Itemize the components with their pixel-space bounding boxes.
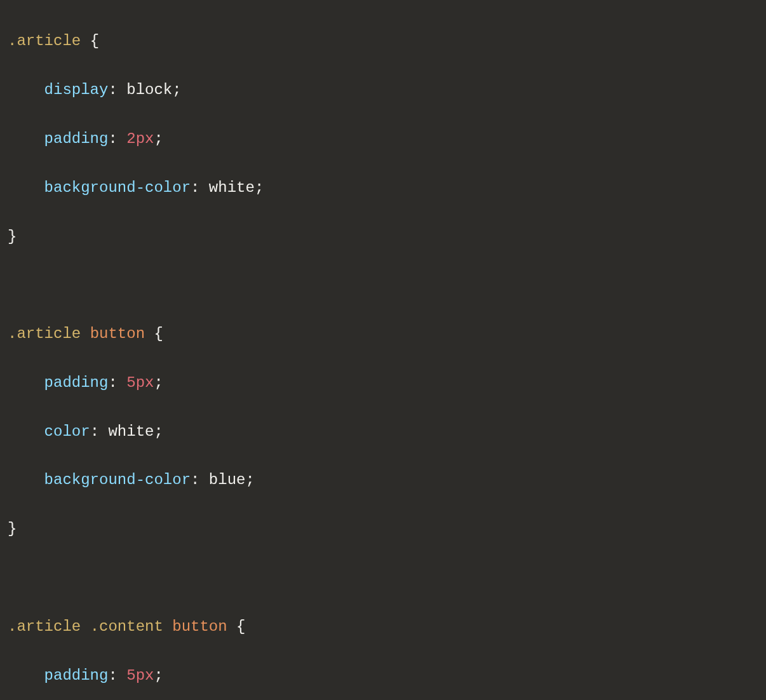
css-line: padding: 5px;	[8, 664, 758, 688]
css-colon: :	[191, 471, 199, 488]
css-semi: ;	[154, 130, 163, 147]
css-value-2px: 2px	[126, 130, 154, 147]
css-colon: :	[108, 81, 117, 98]
brace-close: }	[8, 228, 17, 245]
css-value-white: white	[209, 179, 255, 196]
css-line: color: white;	[8, 420, 758, 444]
selector-button: button	[172, 618, 227, 635]
css-blank-line	[8, 273, 758, 297]
brace-open: {	[236, 618, 245, 635]
css-value-blue: blue	[209, 471, 246, 488]
css-prop-padding: padding	[44, 374, 109, 391]
brace-open: {	[90, 32, 99, 50]
css-prop-padding: padding	[44, 130, 109, 147]
css-prop-bgcolor: background-color	[44, 179, 191, 196]
css-prop-bgcolor: background-color	[44, 471, 191, 488]
selector-article: .article	[8, 325, 81, 342]
brace-close: }	[8, 520, 17, 537]
css-semi: ;	[154, 423, 163, 440]
css-blank-line	[8, 566, 758, 590]
css-colon: :	[90, 423, 99, 440]
css-semi: ;	[172, 81, 181, 98]
css-prop-padding: padding	[44, 667, 109, 684]
css-colon: :	[191, 179, 199, 196]
css-semi: ;	[255, 179, 264, 196]
css-colon: :	[108, 130, 117, 147]
css-value-5px: 5px	[126, 374, 154, 391]
css-value-5px: 5px	[126, 667, 154, 684]
css-line: }	[8, 517, 758, 541]
selector-article: .article	[8, 32, 81, 50]
brace-open: {	[154, 325, 163, 342]
css-line: background-color: blue;	[8, 468, 758, 492]
css-colon: :	[108, 667, 117, 684]
css-semi: ;	[154, 374, 163, 391]
css-prop-color: color	[44, 423, 90, 440]
selector-content: .content	[90, 618, 163, 635]
css-line: display: block;	[8, 78, 758, 102]
css-semi: ;	[245, 471, 254, 488]
css-line: padding: 2px;	[8, 127, 758, 151]
css-line: .article .content button {	[8, 615, 758, 639]
css-line: .article {	[8, 29, 758, 53]
css-value-white: white	[108, 423, 154, 440]
css-code-panel[interactable]: .article { display: block; padding: 2px;…	[0, 0, 766, 700]
css-line: padding: 5px;	[8, 371, 758, 395]
css-line: }	[8, 225, 758, 249]
css-line: background-color: white;	[8, 176, 758, 200]
css-value-block: block	[126, 81, 172, 98]
css-prop-display: display	[44, 81, 109, 98]
css-semi: ;	[154, 667, 163, 684]
css-colon: :	[108, 374, 117, 391]
selector-button: button	[90, 325, 145, 342]
selector-article: .article	[8, 618, 81, 635]
css-line: .article button {	[8, 322, 758, 346]
